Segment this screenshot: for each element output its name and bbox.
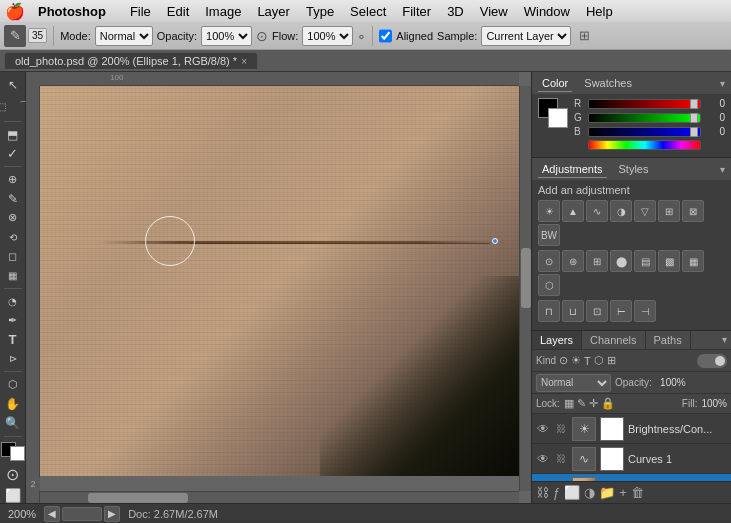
pressure-opacity-icon[interactable]: ⊙ [256, 28, 268, 44]
filter-smart-icon[interactable]: ⊞ [607, 354, 616, 367]
color-panel-collapse[interactable]: ▾ [720, 78, 725, 89]
layers-panel-menu[interactable]: ▾ [718, 331, 731, 349]
color-balance-icon[interactable]: ⊠ [682, 200, 704, 222]
history-brush-tool[interactable]: ⟲ [2, 229, 24, 246]
move-tool[interactable]: ↖ [2, 76, 24, 93]
menu-help[interactable]: Help [578, 0, 621, 22]
text-tool[interactable]: T [2, 331, 24, 348]
green-slider[interactable] [588, 113, 701, 123]
layers-tab[interactable]: Layers [532, 331, 582, 349]
pen-tool[interactable]: ✒ [2, 312, 24, 329]
menu-filter[interactable]: Filter [394, 0, 439, 22]
crop-tool[interactable]: ⬒ [2, 126, 24, 143]
blend-mode-select[interactable]: Normal [536, 374, 611, 392]
menu-file[interactable]: File [122, 0, 159, 22]
photo-canvas[interactable] [40, 86, 520, 476]
dodge-tool[interactable]: ◔ [2, 293, 24, 310]
layer-row-background[interactable]: 👁 Background 🔒 [532, 474, 731, 481]
menu-select[interactable]: Select [342, 0, 394, 22]
new-fill-adj-button[interactable]: ◑ [584, 485, 595, 500]
blue-slider[interactable] [588, 127, 701, 137]
invert-icon[interactable]: ⬤ [610, 250, 632, 272]
filter-toggle[interactable] [697, 354, 727, 368]
lock-all-icon[interactable]: 🔒 [601, 397, 615, 410]
filter-adj-icon[interactable]: ☀ [571, 354, 581, 367]
adj-icon-extra1[interactable]: ⊓ [538, 300, 560, 322]
opacity-select[interactable]: 100% [201, 26, 252, 46]
red-slider[interactable] [588, 99, 701, 109]
photo-filter-icon[interactable]: ⊙ [538, 250, 560, 272]
channel-mix-icon[interactable]: ⊛ [562, 250, 584, 272]
gradient-map-icon[interactable]: ▦ [682, 250, 704, 272]
lock-position-icon[interactable]: ✛ [589, 397, 598, 410]
eyedropper-tool[interactable]: ✓ [2, 145, 24, 162]
brightness-adj-icon[interactable]: ☀ [538, 200, 560, 222]
app-name[interactable]: Photoshop [30, 0, 114, 22]
channels-tab[interactable]: Channels [582, 331, 645, 349]
menu-view[interactable]: View [472, 0, 516, 22]
brush-tool[interactable]: ✎ [2, 190, 24, 207]
levels-adj-icon[interactable]: ▲ [562, 200, 584, 222]
scrollbar-v-thumb[interactable] [521, 248, 531, 308]
paths-tab[interactable]: Paths [646, 331, 691, 349]
menu-image[interactable]: Image [197, 0, 249, 22]
flow-select[interactable]: 100% [302, 26, 353, 46]
lock-pixels-icon[interactable]: ✎ [577, 397, 586, 410]
new-layer-button[interactable]: + [619, 485, 627, 500]
layer-visibility-curves[interactable]: 👁 [536, 452, 550, 466]
tab-close-button[interactable]: × [241, 56, 247, 67]
selective-color-icon[interactable]: ⬡ [538, 274, 560, 296]
bw-adj-icon[interactable]: BW [538, 224, 560, 246]
menu-edit[interactable]: Edit [159, 0, 197, 22]
adj-icon-extra2[interactable]: ⊔ [562, 300, 584, 322]
frame-scrubber[interactable] [62, 507, 102, 521]
path-select-tool[interactable]: ⊳ [2, 350, 24, 367]
vibrance-adj-icon[interactable]: ▽ [634, 200, 656, 222]
filter-shape-icon[interactable]: ⬡ [594, 354, 604, 367]
adj-icon-extra4[interactable]: ⊢ [610, 300, 632, 322]
document-tab[interactable]: old_photo.psd @ 200% (Ellipse 1, RGB/8/8… [4, 52, 258, 69]
styles-tab[interactable]: Styles [615, 161, 653, 177]
adj-icon-extra3[interactable]: ⊡ [586, 300, 608, 322]
quick-mask-icon[interactable]: ⊙ [6, 465, 19, 484]
color-bg-swatch[interactable] [548, 108, 568, 128]
delete-layer-button[interactable]: 🗑 [631, 485, 644, 500]
hand-tool[interactable]: ✋ [2, 395, 24, 412]
aligned-checkbox[interactable] [379, 26, 392, 46]
eraser-tool[interactable]: ◻ [2, 248, 24, 265]
shape-tool[interactable]: ⬡ [2, 376, 24, 393]
scrollbar-vertical[interactable] [519, 86, 531, 491]
filter-kind-icon[interactable]: ⊙ [559, 354, 568, 367]
mode-select[interactable]: Normal [95, 26, 153, 46]
filter-text-icon[interactable]: T [584, 355, 591, 367]
layer-row-curves[interactable]: 👁 ⛓ ∿ Curves 1 [532, 444, 731, 474]
swatches-panel-tab[interactable]: Swatches [580, 75, 636, 91]
adj-icon-extra5[interactable]: ⊣ [634, 300, 656, 322]
threshold-icon[interactable]: ▩ [658, 250, 680, 272]
layer-visibility-brightness[interactable]: 👁 [536, 422, 550, 436]
adj-panel-collapse[interactable]: ▾ [720, 164, 725, 175]
add-style-button[interactable]: ƒ [553, 485, 560, 500]
scrollbar-h-thumb[interactable] [88, 493, 188, 503]
scrollbar-horizontal[interactable] [40, 491, 519, 503]
spectrum-slider[interactable] [588, 140, 701, 150]
rect-select-tool[interactable]: ⬚ [0, 95, 12, 117]
curves-adj-icon[interactable]: ∿ [586, 200, 608, 222]
spot-heal-tool[interactable]: ⊕ [2, 171, 24, 188]
posterize-icon[interactable]: ▤ [634, 250, 656, 272]
adjustments-tab[interactable]: Adjustments [538, 161, 607, 178]
lock-transparent-icon[interactable]: ▦ [564, 397, 574, 410]
color-lookup-icon[interactable]: ⊞ [586, 250, 608, 272]
new-group-button[interactable]: 📁 [599, 485, 615, 500]
menu-window[interactable]: Window [516, 0, 578, 22]
color-panel-tab[interactable]: Color [538, 75, 572, 92]
hsl-adj-icon[interactable]: ⊞ [658, 200, 680, 222]
sample-select[interactable]: Current Layer [481, 26, 571, 46]
menu-type[interactable]: Type [298, 0, 342, 22]
next-page-button[interactable]: ▶ [104, 506, 120, 522]
airbrush-icon[interactable]: ∘ [357, 28, 366, 44]
clone-stamp-tool[interactable]: ⊗ [2, 209, 24, 226]
link-layers-button[interactable]: ⛓ [536, 485, 549, 500]
menu-layer[interactable]: Layer [249, 0, 298, 22]
gradient-tool[interactable]: ▦ [2, 267, 24, 284]
